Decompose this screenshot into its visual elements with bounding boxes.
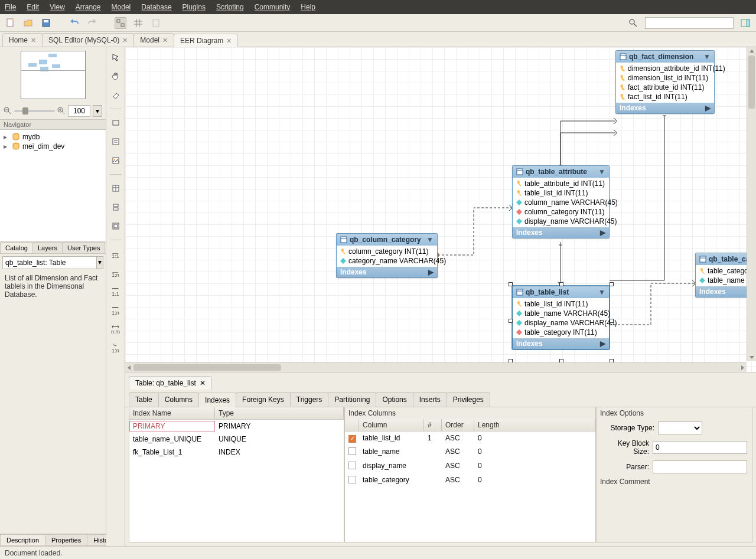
- sidebar-toggle-icon[interactable]: [739, 17, 751, 29]
- index-row[interactable]: PRIMARYPRIMARY: [129, 420, 344, 433]
- checkbox-icon[interactable]: [348, 447, 356, 455]
- menu-model[interactable]: Model: [112, 3, 131, 11]
- close-icon[interactable]: ✕: [31, 37, 36, 44]
- redo-icon[interactable]: [86, 17, 98, 29]
- index-options-panel: Index Options Storage Type: Key Block Si…: [596, 407, 752, 542]
- open-file-icon[interactable]: [22, 17, 34, 29]
- close-icon[interactable]: ✕: [200, 379, 206, 387]
- menu-arrange[interactable]: Arrange: [76, 3, 101, 11]
- navigator-preview[interactable]: [0, 47, 106, 103]
- index-row[interactable]: table_name_UNIQUEUNIQUE: [129, 433, 344, 446]
- save-icon[interactable]: [40, 17, 52, 29]
- subtab-privileges[interactable]: Privileges: [447, 392, 490, 407]
- routine-tool-icon[interactable]: [109, 220, 122, 233]
- rel-n-m-icon[interactable]: ⟷n:m: [109, 323, 122, 336]
- subtab-partitioning[interactable]: Partitioning: [328, 392, 376, 407]
- schema-tree[interactable]: ▸mydb ▸mei_dim_dev: [0, 130, 106, 242]
- index-row[interactable]: fk_Table_List_1INDEX: [129, 446, 344, 459]
- entity-qb-column-category[interactable]: qb_column_category▼ column_category INT(…: [336, 233, 438, 278]
- checkbox-icon[interactable]: [348, 462, 356, 469]
- view-tool-icon[interactable]: [109, 201, 122, 214]
- subtab-triggers[interactable]: Triggers: [290, 392, 329, 407]
- subtab-columns[interactable]: Columns: [158, 392, 199, 407]
- menu-plugins[interactable]: Plugins: [183, 3, 206, 11]
- index-column-row[interactable]: table_categoryASC0: [345, 473, 595, 488]
- hand-tool-icon[interactable]: [109, 70, 122, 83]
- parser-input[interactable]: [653, 460, 747, 473]
- index-column-row[interactable]: table_list_id1ASC0: [345, 431, 595, 445]
- object-selector[interactable]: ▾: [2, 256, 103, 269]
- index-column-row[interactable]: table_nameASC0: [345, 445, 595, 459]
- side-tab-catalog[interactable]: Catalog: [0, 242, 33, 253]
- subtab-inserts[interactable]: Inserts: [413, 392, 447, 407]
- index-column-row[interactable]: display_nameASC0: [345, 459, 595, 473]
- subtab-indexes[interactable]: Indexes: [198, 393, 236, 407]
- zoom-input[interactable]: [68, 105, 90, 117]
- svg-rect-30: [113, 208, 118, 210]
- tab-sql-editor[interactable]: SQL Editor (MySQL-0)✕: [42, 33, 134, 47]
- menu-help[interactable]: Help: [301, 3, 315, 11]
- menu-edit[interactable]: Edit: [27, 3, 39, 11]
- key-block-size-input[interactable]: [653, 441, 747, 454]
- storage-type-select[interactable]: [658, 421, 702, 434]
- rel-1-1-non-id-icon[interactable]: ⎯⎯1:1: [109, 247, 122, 260]
- side-tab-description[interactable]: Description: [0, 534, 45, 546]
- index-columns-grid[interactable]: Index Columns Column # Order Length tabl…: [344, 407, 596, 542]
- layer-tool-icon[interactable]: [109, 116, 122, 129]
- undo-icon[interactable]: [69, 17, 80, 29]
- pointer-tool-icon[interactable]: [109, 51, 122, 64]
- subtab-foreign-keys[interactable]: Foreign Keys: [236, 392, 291, 407]
- entity-qb-table-list[interactable]: qb_table_list▼ table_list_id INT(11) tab…: [512, 286, 610, 349]
- rel-place-icon[interactable]: ⤷1:n: [109, 342, 122, 355]
- checkbox-icon[interactable]: [348, 435, 356, 443]
- close-icon[interactable]: ✕: [226, 37, 232, 45]
- side-tab-properties[interactable]: Properties: [45, 534, 87, 546]
- search-input[interactable]: [645, 17, 734, 29]
- grid-align-icon[interactable]: [115, 17, 126, 29]
- entity-qb-table-attribute[interactable]: qb_table_attribute▼ table_attribute_id I…: [512, 165, 610, 238]
- side-tab-user-types[interactable]: User Types: [62, 242, 105, 253]
- bottom-tab-table[interactable]: Table: qb_table_list✕: [129, 376, 212, 390]
- tree-node-mei-dim-dev[interactable]: ▸mei_dim_dev: [4, 142, 102, 151]
- subtab-options[interactable]: Options: [376, 392, 413, 407]
- menu-file[interactable]: File: [5, 3, 16, 11]
- tab-home[interactable]: Home✕: [2, 33, 43, 47]
- indexes-grid[interactable]: Index Name Type PRIMARYPRIMARY table_nam…: [129, 407, 344, 542]
- canvas-scrollbar-horizontal[interactable]: [125, 362, 747, 372]
- grid-icon[interactable]: [132, 17, 144, 29]
- menu-database[interactable]: Database: [141, 3, 171, 11]
- menu-community[interactable]: Community: [255, 3, 291, 11]
- tree-node-mydb[interactable]: ▸mydb: [4, 132, 102, 142]
- eraser-tool-icon[interactable]: [109, 89, 122, 102]
- new-file-icon[interactable]: [5, 17, 17, 29]
- canvas-scrollbar-vertical[interactable]: [747, 47, 756, 361]
- menu-scripting[interactable]: Scripting: [216, 3, 244, 11]
- zoom-out-icon[interactable]: [4, 107, 12, 115]
- chevron-down-icon[interactable]: ▾: [97, 256, 103, 269]
- tab-model[interactable]: Model✕: [133, 33, 174, 47]
- chevron-down-icon[interactable]: ▾: [93, 105, 102, 117]
- eer-canvas[interactable]: qb_fact_dimension▼ dimension_attribute_i…: [125, 47, 756, 372]
- left-sidebar: ▾ Navigator ▸mydb ▸mei_dim_dev Catalog L…: [0, 47, 106, 546]
- rel-1-n-non-id-icon[interactable]: ⎯⎯1:n: [109, 266, 122, 279]
- table-tool-icon[interactable]: [109, 182, 122, 195]
- close-icon[interactable]: ✕: [162, 37, 168, 44]
- subtab-table[interactable]: Table: [129, 392, 159, 407]
- menu-view[interactable]: View: [50, 3, 65, 11]
- statusbar: Document loaded.: [0, 546, 756, 559]
- side-tab-layers[interactable]: Layers: [32, 242, 63, 253]
- rel-1-1-id-icon[interactable]: ━━1:1: [109, 285, 122, 298]
- navigator-label: Navigator: [0, 119, 106, 130]
- close-icon[interactable]: ✕: [122, 37, 128, 44]
- rel-1-n-id-icon[interactable]: ━━1:n: [109, 304, 122, 317]
- zoom-slider[interactable]: [14, 110, 55, 112]
- page-icon[interactable]: [150, 17, 162, 29]
- zoom-in-icon[interactable]: [57, 107, 66, 115]
- entity-qb-fact-dimension[interactable]: qb_fact_dimension▼ dimension_attribute_i…: [615, 50, 715, 114]
- checkbox-icon[interactable]: [348, 476, 356, 483]
- tab-eer-diagram[interactable]: EER Diagram✕: [174, 34, 238, 47]
- svg-rect-4: [117, 19, 120, 22]
- note-tool-icon[interactable]: [109, 135, 122, 148]
- index-options-title: Index Options: [597, 407, 752, 419]
- image-tool-icon[interactable]: [109, 154, 122, 167]
